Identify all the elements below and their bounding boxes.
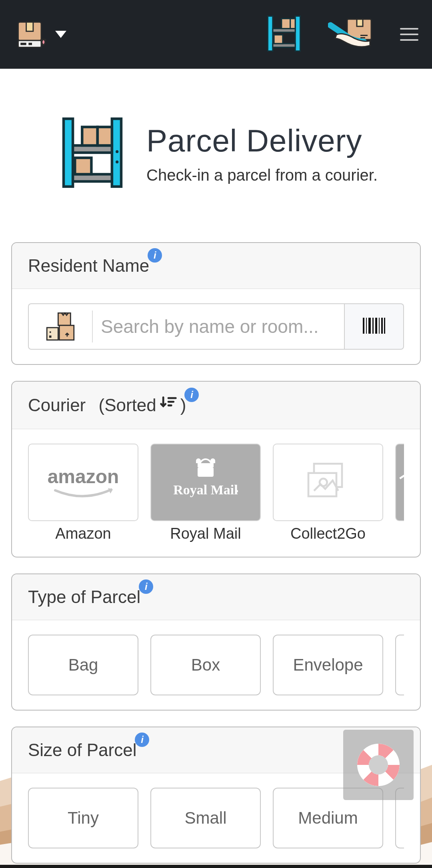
type-option-partial[interactable] <box>395 635 404 695</box>
caret-down-icon <box>55 31 66 38</box>
svg-rect-9 <box>282 19 290 29</box>
bottom-bar <box>0 865 432 868</box>
svg-rect-16 <box>64 119 73 187</box>
panel-title-type: Type of Parcel <box>28 587 140 607</box>
panel-title-resident: Resident Name <box>28 256 149 276</box>
courier-card-amazon[interactable]: amazon Amazon <box>28 444 138 542</box>
svg-rect-28 <box>49 336 52 338</box>
courier-name: Collect2Go <box>273 525 383 542</box>
svg-rect-34 <box>375 318 377 334</box>
svg-rect-5 <box>268 16 273 51</box>
size-option-tiny[interactable]: Tiny <box>28 788 138 848</box>
svg-rect-37 <box>384 318 385 334</box>
topbar <box>0 0 432 69</box>
svg-point-24 <box>116 161 118 163</box>
svg-rect-35 <box>379 318 380 334</box>
resident-search-input[interactable] <box>93 316 344 337</box>
panel-title-courier: Courier <box>28 395 86 415</box>
svg-point-23 <box>116 150 118 153</box>
svg-text:amazon: amazon <box>48 466 119 487</box>
svg-rect-26 <box>47 328 58 340</box>
svg-rect-20 <box>82 127 98 145</box>
panel-type-of-parcel: Type of Parcel i Bag Box Envelope <box>11 573 421 711</box>
info-icon[interactable]: i <box>139 579 153 594</box>
svg-rect-30 <box>363 318 364 334</box>
panel-title-size: Size of Parcel <box>28 740 136 760</box>
lifebuoy-icon <box>357 744 400 786</box>
svg-rect-22 <box>75 158 91 174</box>
sort-icon <box>160 394 177 416</box>
info-icon[interactable]: i <box>184 388 199 402</box>
svg-rect-3 <box>20 43 26 45</box>
svg-point-41 <box>236 490 238 492</box>
svg-rect-36 <box>381 318 383 334</box>
parcel-love-icon <box>14 15 50 54</box>
courier-card-royalmail[interactable]: Royal Mail Royal Mail <box>150 444 261 542</box>
courier-card-partial[interactable]: A P <box>395 444 404 542</box>
topbar-logo-dropdown[interactable] <box>14 15 66 54</box>
hamburger-icon[interactable] <box>400 28 418 41</box>
svg-rect-21 <box>98 127 112 145</box>
svg-rect-43 <box>308 473 336 496</box>
help-fab[interactable] <box>343 730 414 800</box>
svg-rect-1 <box>26 22 33 31</box>
svg-rect-27 <box>59 325 74 340</box>
svg-rect-15 <box>360 37 365 38</box>
svg-rect-14 <box>360 35 368 36</box>
courier-sort-label-prefix: (Sorted <box>99 395 156 415</box>
courier-name: Royal Mail <box>150 525 261 542</box>
handoff-icon[interactable] <box>328 17 376 52</box>
svg-text:Royal Mail: Royal Mail <box>173 482 238 497</box>
type-option-envelope[interactable]: Envelope <box>273 635 383 695</box>
barcode-scan-button[interactable] <box>345 303 404 350</box>
svg-rect-4 <box>28 43 32 45</box>
courier-name: P <box>395 525 404 542</box>
page-subtitle: Check-in a parcel from a courier. <box>146 166 378 184</box>
info-icon[interactable]: i <box>148 248 162 263</box>
courier-card-collect2go[interactable]: Collect2Go <box>273 444 383 542</box>
svg-rect-31 <box>366 318 367 334</box>
svg-rect-13 <box>357 19 363 26</box>
courier-name: Amazon <box>28 525 138 542</box>
page-title: Parcel Delivery <box>146 123 378 159</box>
panel-courier: Courier (Sorted ) i amazon <box>11 381 421 557</box>
svg-rect-39 <box>198 467 214 477</box>
search-box <box>28 303 345 350</box>
svg-point-29 <box>50 331 51 333</box>
boxes-icon <box>29 311 93 342</box>
svg-rect-32 <box>368 318 371 334</box>
barcode-icon <box>361 316 387 337</box>
size-option-small[interactable]: Small <box>150 788 261 848</box>
hero: Parcel Delivery Check-in a parcel from a… <box>59 117 421 190</box>
svg-rect-10 <box>290 19 296 29</box>
shelf-icon[interactable] <box>264 14 304 55</box>
svg-rect-11 <box>274 35 283 44</box>
shelf-large-icon <box>59 117 126 190</box>
type-option-bag[interactable]: Bag <box>28 635 138 695</box>
type-option-box[interactable]: Box <box>150 635 261 695</box>
svg-rect-25 <box>58 313 70 325</box>
svg-rect-33 <box>372 318 374 334</box>
svg-rect-6 <box>295 16 300 51</box>
panel-resident-name: Resident Name i <box>11 242 421 365</box>
info-icon[interactable]: i <box>135 733 149 747</box>
